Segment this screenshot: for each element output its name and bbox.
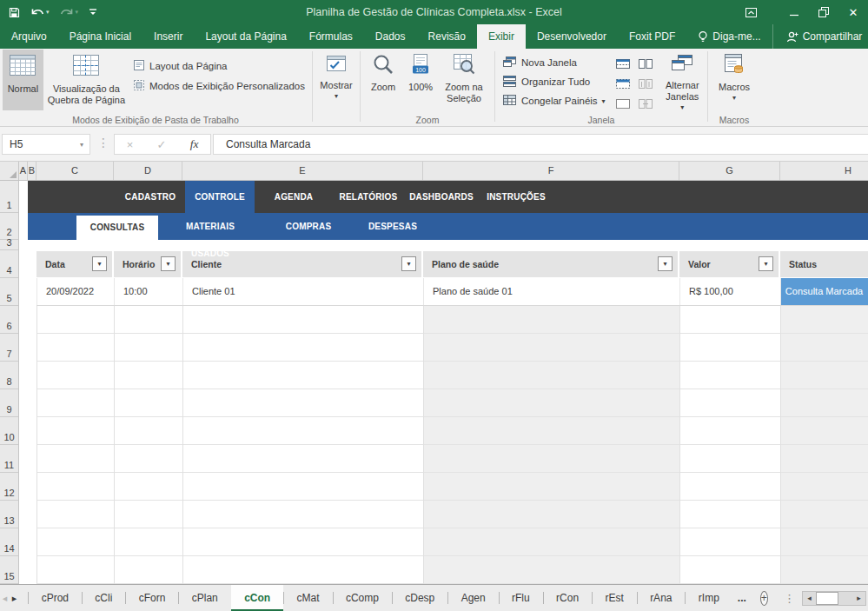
- new-window-button[interactable]: Nova Janela: [499, 54, 580, 71]
- page-layout-button[interactable]: Layout da Página: [129, 57, 231, 75]
- column-header-D[interactable]: D: [114, 162, 182, 180]
- undo-dropdown-caret[interactable]: ▾: [46, 9, 50, 16]
- switch-windows-button[interactable]: Alternar Janelas ▾: [661, 50, 704, 110]
- horizontal-scrollbar[interactable]: ◂▸: [802, 591, 866, 606]
- row-header-3[interactable]: 3: [0, 240, 18, 250]
- row-header-4[interactable]: 4: [0, 250, 18, 278]
- row-header-6[interactable]: 6: [0, 306, 18, 334]
- tab-inserir[interactable]: Inserir: [142, 24, 194, 49]
- zoom-to-selection-button[interactable]: Zoom na Seleção: [439, 50, 489, 110]
- row-header-12[interactable]: 12: [0, 473, 18, 501]
- macros-button[interactable]: Macros ▾: [712, 50, 757, 110]
- sheet-tab-cDesp[interactable]: cDesp: [392, 585, 447, 611]
- row-header-14[interactable]: 14: [0, 528, 18, 556]
- tab-revisao[interactable]: Revisão: [417, 24, 477, 49]
- sheet-tab-cForn[interactable]: cForn: [126, 585, 179, 611]
- filter-dropdown-hora-rio[interactable]: ▾: [161, 256, 176, 271]
- scrollbar-thumb[interactable]: [816, 592, 838, 605]
- cancel-button[interactable]: ×: [127, 138, 134, 151]
- cell-data[interactable]: 20/09/2022: [36, 278, 114, 305]
- redo-dropdown-caret[interactable]: ▾: [76, 9, 79, 16]
- workbook-menu-instruc-o-es[interactable]: INSTRUÇÕES: [485, 181, 547, 213]
- sheet-tab-rFlu[interactable]: rFlu: [499, 585, 543, 611]
- sheet-nav-right-button[interactable]: ▸: [10, 585, 19, 611]
- name-box[interactable]: H5 ▾: [2, 134, 90, 155]
- custom-views-button[interactable]: Modos de Exibição Personalizados: [129, 77, 308, 95]
- tab-desenvolvedor[interactable]: Desenvolvedor: [526, 24, 618, 49]
- scroll-left-icon[interactable]: ◂: [803, 594, 816, 602]
- ribbon-display-options-button[interactable]: [736, 0, 765, 24]
- column-header-B[interactable]: B: [28, 162, 36, 180]
- empty-cells-area[interactable]: [36, 306, 868, 584]
- filter-dropdown-data[interactable]: ▾: [92, 256, 107, 271]
- split-window-button[interactable]: [614, 55, 632, 72]
- column-header-C[interactable]: C: [36, 162, 114, 180]
- tabbar-gripper[interactable]: ⋮: [777, 592, 802, 605]
- sheet-tab-rCon[interactable]: rCon: [543, 585, 592, 611]
- workbook-menu-cadastro[interactable]: CADASTRO: [120, 181, 181, 213]
- freeze-panes-button[interactable]: Congelar Painéis ▾: [499, 92, 609, 110]
- sheet-tab-rAna[interactable]: rAna: [637, 585, 685, 611]
- redo-button[interactable]: ▾: [60, 7, 79, 18]
- sheet-tab-cPlan[interactable]: cPlan: [179, 585, 231, 611]
- filter-dropdown-valor[interactable]: ▾: [759, 256, 773, 271]
- cell-hora-rio[interactable]: 10:00: [114, 278, 182, 305]
- hide-window-button[interactable]: [614, 75, 632, 92]
- sheet-tab-cCon[interactable]: cCon: [231, 585, 283, 611]
- enter-button[interactable]: ✓: [156, 138, 166, 151]
- cell-cliente[interactable]: Cliente 01: [182, 278, 423, 305]
- workbook-menu-controle[interactable]: CONTROLE: [185, 181, 255, 217]
- zoom-button[interactable]: Zoom: [364, 50, 402, 110]
- table-header-valor[interactable]: Valor▾: [679, 251, 779, 277]
- tab-layout-da-pagina[interactable]: Layout da Página: [194, 24, 297, 49]
- table-header-data[interactable]: Data▾: [36, 251, 112, 277]
- formula-input[interactable]: Consulta Marcada: [213, 134, 868, 155]
- column-header-F[interactable]: F: [423, 162, 679, 180]
- show-button[interactable]: Mostrar ▾: [316, 50, 356, 110]
- scrollbar-track[interactable]: [838, 592, 852, 605]
- row-header-7[interactable]: 7: [0, 334, 18, 362]
- workbook-menu-relato-rios[interactable]: RELATÓRIOS: [337, 181, 400, 213]
- filter-dropdown-plano-de-sau-de[interactable]: ▾: [658, 256, 673, 271]
- row-header-11[interactable]: 11: [0, 445, 18, 473]
- tab-arquivo[interactable]: Arquivo: [0, 24, 58, 49]
- normal-view-button[interactable]: Normal: [3, 50, 43, 110]
- customize-qat-button[interactable]: [89, 8, 97, 17]
- row-header-8[interactable]: 8: [0, 362, 18, 389]
- page-break-preview-button[interactable]: Visualização da Quebra de Página: [43, 50, 129, 110]
- table-header-status[interactable]: Status▾: [780, 251, 868, 277]
- row-header-2[interactable]: 2: [0, 213, 18, 240]
- column-header-A[interactable]: A: [19, 162, 28, 180]
- cell-status[interactable]: Consulta Marcada: [780, 278, 868, 305]
- add-sheet-button[interactable]: +: [760, 591, 768, 606]
- tab-dados[interactable]: Dados: [364, 24, 417, 49]
- tab-pagina-inicial[interactable]: Página Inicial: [58, 24, 142, 49]
- row-header-13[interactable]: 13: [0, 501, 18, 528]
- workbook-subtab-consultas[interactable]: CONSULTAS: [76, 216, 158, 242]
- cell-plano-de-sau-de[interactable]: Plano de saúde 01: [423, 278, 679, 305]
- column-header-G[interactable]: G: [679, 162, 780, 180]
- sheet-tab-cProd[interactable]: cProd: [29, 585, 82, 611]
- row-header-15[interactable]: 15: [0, 556, 18, 584]
- save-button[interactable]: [9, 7, 20, 18]
- sheet-tab-rImp[interactable]: rImp: [686, 585, 732, 611]
- view-side-by-side-button[interactable]: [637, 55, 654, 72]
- row-header-9[interactable]: 9: [0, 389, 18, 417]
- tell-me-box[interactable]: Diga-me...: [686, 24, 772, 49]
- workbook-menu-dashboards[interactable]: DASHBOARDS: [408, 181, 474, 213]
- row-header-1[interactable]: 1: [0, 181, 18, 213]
- column-header-H[interactable]: H: [780, 162, 868, 180]
- restore-button[interactable]: [809, 0, 838, 24]
- workbook-subtab-compras[interactable]: COMPRAS: [282, 213, 335, 240]
- worksheet-grid[interactable]: CADASTROCONTROLEAGENDARELATÓRIOSDASHBOAR…: [19, 181, 868, 584]
- table-header-plano-de-sau-de[interactable]: Plano de saúde▾: [423, 251, 678, 277]
- tab-exibir[interactable]: Exibir: [477, 24, 526, 49]
- column-header-E[interactable]: E: [182, 162, 423, 180]
- name-box-dropdown-icon[interactable]: ▾: [74, 141, 89, 149]
- cell-valor[interactable]: R$ 100,00: [679, 278, 780, 305]
- workbook-subtab-despesas[interactable]: DESPESAS: [367, 213, 419, 240]
- formula-bar-gripper[interactable]: ⋮: [97, 136, 109, 149]
- sheet-tab-rEst[interactable]: rEst: [592, 585, 636, 611]
- reset-window-position-button[interactable]: [637, 95, 654, 112]
- sheet-tab-cMat[interactable]: cMat: [284, 585, 333, 611]
